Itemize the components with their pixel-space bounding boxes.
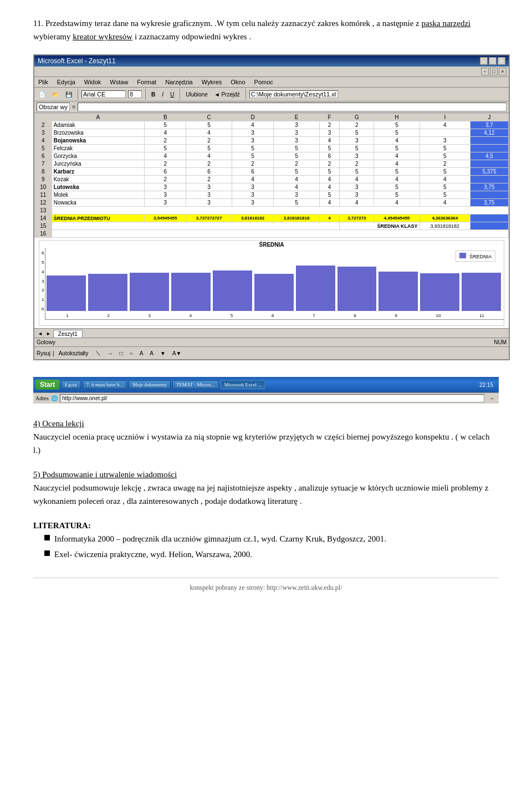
close2-btn[interactable]: × xyxy=(499,68,507,75)
bold-btn[interactable]: B xyxy=(149,90,157,99)
table-row: 11 Molek 3 3 3 3 5 3 5 5 xyxy=(35,191,509,199)
maximize-btn[interactable]: □ xyxy=(489,57,497,65)
taskbar-btn-mojeDok[interactable]: Moje dokumenty xyxy=(129,380,171,389)
line-btn[interactable]: ＼ xyxy=(93,348,103,358)
menu-wstaw[interactable]: Wstaw xyxy=(108,78,130,86)
col-header-g[interactable]: G xyxy=(340,114,374,121)
excel-statusbar: Gotowy NUM xyxy=(34,338,509,346)
taskbar-btn-mustHave[interactable]: 7. it must have b... xyxy=(83,380,127,389)
ubiquitous-btn[interactable]: Ulubione xyxy=(183,90,209,99)
intro-paragraph: 11. Przedstawimy teraz dane na wykresie … xyxy=(33,17,499,43)
menu-edycja[interactable]: Edycja xyxy=(55,78,77,86)
xaxis-label: 3 xyxy=(149,313,151,318)
sheet-tabs: ◄ ► Zeszyt1 xyxy=(34,328,509,338)
col-header-i[interactable]: I xyxy=(420,114,470,121)
sheet-container[interactable]: A B C D E F G H I J xyxy=(34,113,509,238)
draw-sep: | xyxy=(53,350,54,356)
bullet-icon2 xyxy=(44,550,50,556)
filepath-input[interactable] xyxy=(249,90,338,98)
sheet-tab-zeszyt1[interactable]: Zeszyt1 xyxy=(53,330,83,338)
col-header-a[interactable]: A xyxy=(52,114,144,121)
section4-heading-text: 4) Ocena lekcji xyxy=(33,419,84,428)
menu-widok[interactable]: Widok xyxy=(83,78,103,86)
fill-color-btn[interactable]: ▼ xyxy=(158,349,168,358)
xaxis-label: 1 xyxy=(66,313,68,318)
open-btn[interactable]: 📂 xyxy=(50,90,61,99)
taskbar-btn-excel[interactable]: Microsoft Excel ... xyxy=(221,380,265,389)
toolbar-sep4 xyxy=(245,89,246,100)
footer: konspekt pobrany ze strony: http://www.z… xyxy=(33,578,499,592)
col-header-b[interactable]: B xyxy=(144,114,186,121)
chart-body: 0 1 2 3 4 5 6 1234567891011 xyxy=(39,248,504,320)
font-name-input[interactable] xyxy=(81,90,126,98)
menu-narzedzia[interactable]: Narzędzia xyxy=(163,78,195,86)
chart-xlabels: 1234567891011 xyxy=(47,313,504,318)
bars-group xyxy=(47,251,501,311)
titlebar-controls: − □ × xyxy=(480,57,505,65)
italic-btn[interactable]: I xyxy=(160,90,166,99)
max2-btn[interactable]: □ xyxy=(490,68,498,75)
save-btn[interactable]: 💾 xyxy=(63,90,74,99)
section4: 4) Ocena lekcji Nauczyciel ocenia pracę … xyxy=(33,417,499,457)
menu-wykres[interactable]: Wykres xyxy=(200,78,224,86)
new-btn[interactable]: 📄 xyxy=(37,90,48,99)
table-row: 2 Adamiak 5 5 4 3 2 2 5 4 3,7 xyxy=(35,121,509,129)
col-header-e[interactable]: E xyxy=(274,114,319,121)
min2-btn[interactable]: − xyxy=(481,68,489,75)
chart-bar xyxy=(420,273,459,311)
autoshapes-btn[interactable]: Autokształty xyxy=(57,349,91,358)
taskbar-btn-lacza[interactable]: Łącza xyxy=(61,380,80,389)
wordart-btn[interactable]: A xyxy=(147,349,156,358)
prev-btn[interactable]: ◄ Przejdź xyxy=(212,90,242,99)
oval-btn[interactable]: ○ xyxy=(127,349,135,358)
minimize-btn[interactable]: − xyxy=(480,57,488,65)
menu-pomoc[interactable]: Pomoc xyxy=(253,78,275,86)
underline-btn[interactable]: U xyxy=(168,90,176,99)
legend-label: ŚREDNIA xyxy=(469,254,492,259)
taskbar-time: 22:15 xyxy=(476,382,497,388)
font-size-input[interactable] xyxy=(128,90,142,98)
chart-bar xyxy=(213,270,252,311)
formula-input[interactable] xyxy=(78,103,507,111)
close-btn[interactable]: × xyxy=(498,57,505,65)
cell-ref-input[interactable] xyxy=(37,103,70,111)
formula-equals: = xyxy=(72,104,75,110)
chart-bar xyxy=(378,272,418,311)
page-container: 11. Przedstawimy teraz dane na wykresie … xyxy=(0,0,532,614)
sheet-prev-btn[interactable]: ◄ xyxy=(37,331,44,336)
font-color-btn[interactable]: A▼ xyxy=(170,349,184,358)
taskbar-btn-temat[interactable]: TEMAT - Micros... xyxy=(172,380,219,389)
section4-text: Nauczyciel ocenia pracę uczniów i wystaw… xyxy=(33,430,499,457)
menu-format[interactable]: Format xyxy=(135,78,158,86)
xaxis-label: 8 xyxy=(354,313,356,318)
sheet-tab-controls: ◄ ► xyxy=(37,330,52,338)
footer-text: konspekt pobrany ze strony: http://www.z… xyxy=(190,584,342,591)
ie-address-input[interactable] xyxy=(60,394,484,402)
menu-plik[interactable]: Plik xyxy=(37,78,50,86)
table-row: 9 Kozak 2 2 4 4 4 4 4 4 xyxy=(35,176,509,183)
menu-okno[interactable]: Okno xyxy=(229,78,247,86)
chart-bar xyxy=(337,267,377,311)
col-header-j[interactable]: J xyxy=(470,114,508,121)
chart-bar xyxy=(88,274,127,311)
toolbar-sep1 xyxy=(78,89,78,100)
col-header-h[interactable]: H xyxy=(374,114,420,121)
rect-btn[interactable]: □ xyxy=(117,349,125,358)
table-row: 15 ŚREDNIA KLASY 3,931818182 xyxy=(35,222,509,230)
col-header-f[interactable]: F xyxy=(319,114,340,121)
address-label: Adres xyxy=(35,395,49,401)
table-row: 3 Brzozowska 4 4 3 3 3 5 5 4,12 xyxy=(35,129,509,137)
section5-heading-text: 5) Podsumowanie i utrwalenie wiadomości xyxy=(33,470,177,479)
xaxis-label: 5 xyxy=(231,313,233,318)
col-header-d[interactable]: D xyxy=(232,114,274,121)
col-header-c[interactable]: C xyxy=(186,114,232,121)
textbox-btn[interactable]: A xyxy=(137,349,146,358)
literatura-heading-text: LITERATURA: xyxy=(33,521,91,530)
excel-toolbar: 📄 📂 💾 B I U Ulubione ◄ Przejdź xyxy=(34,88,509,101)
kreator-wykresow: kreator wykresów xyxy=(73,32,132,41)
chart-bar xyxy=(462,273,501,311)
start-button[interactable]: Start xyxy=(35,380,59,390)
sheet-next-btn[interactable]: ► xyxy=(45,331,52,336)
arrow-btn[interactable]: → xyxy=(105,349,115,358)
ie-go-btn[interactable]: → xyxy=(487,394,497,402)
